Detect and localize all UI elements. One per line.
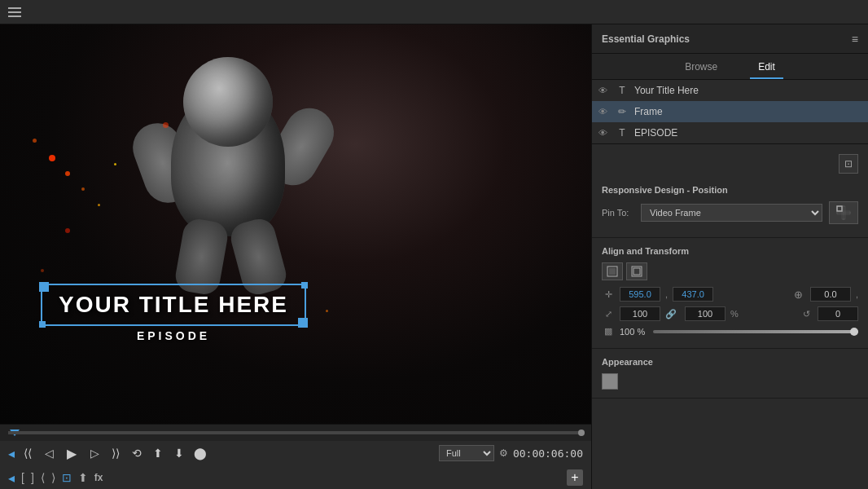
- mark-out-button[interactable]: ]: [31, 471, 34, 484]
- svg-rect-8: [633, 268, 640, 275]
- timeline-row[interactable]: [0, 425, 591, 441]
- lift-button[interactable]: ⬆: [150, 445, 166, 461]
- opacity-value: 100 %: [620, 327, 645, 337]
- layer-visibility-title[interactable]: 👁: [598, 86, 610, 95]
- pin-to-frame-icon-btn[interactable]: ⊡: [839, 154, 858, 174]
- controls-bottom: ◂ [ ] ⟨ ⟩ ⊡ ⬆ fx +: [0, 465, 591, 489]
- pos-sep: ,: [665, 289, 668, 299]
- layer-type-icon-frame: ✏: [616, 106, 628, 117]
- export-button[interactable]: ⬆: [78, 471, 88, 484]
- quality-select[interactable]: Full Half Quarter: [439, 445, 494, 461]
- layers-list: 👁 T Your Title Here 👁 ✏ Frame 👁 T EPISOD…: [592, 80, 868, 144]
- align-transform-section: Align and Transform ✛ , ⊕ ,: [592, 238, 868, 349]
- pin-grid-icon[interactable]: [829, 201, 858, 224]
- snapshot-button[interactable]: ⬤: [192, 445, 208, 461]
- pin-to-select[interactable]: Video Frame None: [641, 204, 822, 222]
- video-background: YOUR TITLE HERE EPISODE: [0, 24, 591, 424]
- timeline-track[interactable]: [8, 431, 583, 434]
- title-sub-text: EPISODE: [137, 329, 210, 342]
- appearance-section: Appearance: [592, 349, 868, 399]
- mark-in-button[interactable]: [: [21, 471, 24, 484]
- essential-graphics-panel: Essential Graphics ≡ Browse Edit 👁 T You…: [591, 24, 868, 489]
- position-icon: ✛: [602, 289, 615, 300]
- extract-button[interactable]: ⬇: [171, 445, 187, 461]
- opacity-icon: ▩: [602, 326, 615, 337]
- opacity-handle: [850, 328, 858, 336]
- opacity-slider[interactable]: [653, 330, 858, 333]
- add-button[interactable]: +: [567, 469, 583, 486]
- responsive-design-title: Responsive Design - Position: [602, 185, 858, 195]
- layer-name-title: Your Title Here: [634, 85, 699, 96]
- anchor-sep: ,: [856, 289, 858, 299]
- timeline-end-marker: [578, 430, 585, 436]
- panel-menu-icon[interactable]: ≡: [852, 33, 858, 46]
- loop-button[interactable]: ⟲: [129, 445, 145, 461]
- play-button[interactable]: ▶: [62, 443, 81, 463]
- pin-label: Pin To:: [602, 208, 634, 218]
- svg-rect-6: [609, 268, 616, 275]
- astronaut-figure: [122, 41, 366, 318]
- align-buttons-row: [602, 262, 858, 280]
- step-forward-button[interactable]: ⟩⟩: [107, 445, 124, 461]
- position-y-input[interactable]: [673, 287, 713, 302]
- video-controls: ◂ ⟨⟨ ◁ ▶ ▷ ⟩⟩ ⟲ ⬆ ⬇ ⬤ Full Half Quarter: [0, 424, 591, 489]
- next-frame-button[interactable]: ▷: [86, 445, 103, 461]
- panel-header: Essential Graphics ≡: [592, 24, 868, 54]
- settings-icon[interactable]: ⚙: [499, 447, 508, 459]
- pin-to-row: Pin To: Video Frame None: [602, 201, 858, 224]
- layer-visibility-episode[interactable]: 👁: [598, 128, 610, 138]
- position-row: ✛ , ⊕ ,: [602, 287, 858, 302]
- anchor-x-input[interactable]: [810, 287, 851, 302]
- tab-edit[interactable]: Edit: [750, 56, 783, 79]
- in-point-icon[interactable]: ◂: [8, 470, 15, 486]
- title-selection-box: YOUR TITLE HERE: [41, 284, 306, 326]
- svg-rect-0: [837, 206, 842, 211]
- controls-row: ◂ ⟨⟨ ◁ ▶ ▷ ⟩⟩ ⟲ ⬆ ⬇ ⬤ Full Half Quarter: [0, 441, 591, 465]
- scale-icon: ⤢: [602, 309, 615, 319]
- go-to-in-button[interactable]: ⟨: [41, 471, 45, 484]
- timecode-display: 00:00:06:00: [513, 447, 583, 460]
- position-x-input[interactable]: [620, 287, 660, 302]
- opacity-row: ▩ 100 %: [602, 326, 858, 337]
- align-transform-title: Align and Transform: [602, 246, 858, 256]
- layer-item-episode[interactable]: 👁 T EPISODE: [592, 122, 868, 143]
- layer-type-icon-episode: T: [616, 127, 628, 139]
- video-panel: YOUR TITLE HERE EPISODE ◂ ⟨⟨ ◁ ▶: [0, 24, 591, 489]
- layer-type-icon-title: T: [616, 85, 628, 96]
- rotate-input[interactable]: [818, 306, 858, 321]
- add-marker-button[interactable]: ⊡: [62, 471, 72, 484]
- rotate-icon: ↺: [800, 309, 813, 319]
- layer-visibility-frame[interactable]: 👁: [598, 107, 610, 117]
- appearance-row: [602, 373, 858, 390]
- scale-link-icon[interactable]: 🔗: [665, 309, 677, 319]
- align-btn-2[interactable]: [626, 262, 647, 280]
- step-back-button[interactable]: ⟨⟨: [20, 445, 36, 461]
- panel-tabs: Browse Edit: [592, 54, 868, 80]
- controls-left: ◂ ⟨⟨ ◁ ▶ ▷ ⟩⟩ ⟲ ⬆ ⬇ ⬤: [8, 443, 208, 463]
- layer-name-frame: Frame: [634, 106, 663, 117]
- layer-item-frame[interactable]: 👁 ✏ Frame: [592, 101, 868, 122]
- controls-right: Full Half Quarter ⚙ 00:00:06:00: [439, 445, 583, 461]
- title-overlay: YOUR TITLE HERE EPISODE: [41, 284, 306, 342]
- percent-label: %: [730, 309, 739, 319]
- scale-y-input[interactable]: [685, 306, 726, 321]
- appearance-fill-swatch[interactable]: [602, 373, 618, 390]
- layer-item-title[interactable]: 👁 T Your Title Here: [592, 80, 868, 101]
- main-area: YOUR TITLE HERE EPISODE ◂ ⟨⟨ ◁ ▶: [0, 24, 868, 489]
- go-to-out-button[interactable]: ⟩: [51, 471, 55, 484]
- appearance-title: Appearance: [602, 357, 858, 367]
- fx-button[interactable]: fx: [94, 472, 103, 483]
- align-btn-1[interactable]: [602, 262, 623, 280]
- in-marker[interactable]: ◂: [8, 446, 15, 461]
- prev-frame-button[interactable]: ◁: [41, 445, 57, 461]
- title-main-text: YOUR TITLE HERE: [59, 292, 288, 318]
- scale-x-input[interactable]: [620, 306, 660, 321]
- top-bar: [0, 0, 868, 24]
- anchor-icon: ⊕: [792, 289, 805, 301]
- video-canvas: YOUR TITLE HERE EPISODE: [0, 24, 591, 424]
- scale-row: ⤢ 🔗 % ↺: [602, 306, 858, 321]
- layer-name-episode: EPISODE: [634, 127, 677, 139]
- tab-browse[interactable]: Browse: [677, 56, 726, 79]
- panel-title: Essential Graphics: [602, 33, 690, 45]
- app-menu-icon[interactable]: [8, 7, 21, 17]
